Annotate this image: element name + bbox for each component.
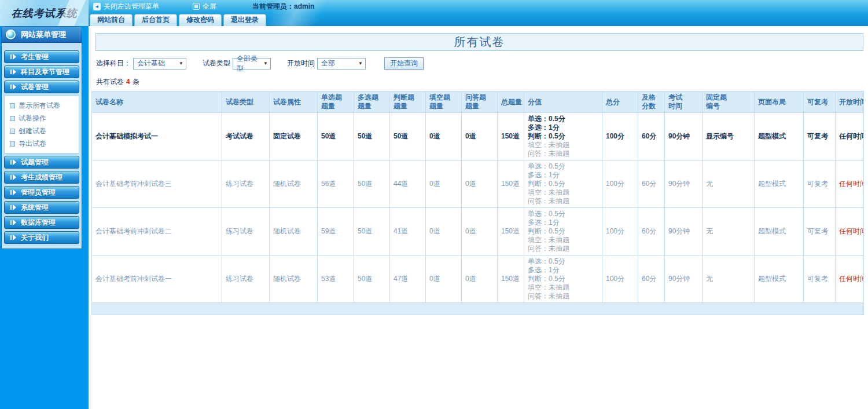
sidebar-button[interactable]: 关于我们	[4, 231, 79, 244]
cell-qa: 0道	[462, 113, 498, 160]
cell-single: 59道	[318, 208, 354, 255]
type-filter-label: 试卷类型	[203, 59, 230, 68]
time-select[interactable]: 全部 ▼	[317, 58, 366, 70]
sidebar-header: 网站菜单管理	[2, 27, 82, 43]
cell-multi: 50道	[354, 160, 390, 208]
sidebar-button-label: 管理员管理	[21, 188, 56, 198]
time-filter-label: 开放时间	[287, 59, 315, 68]
cell-score: 单选：0.5分多选：1分判断：0.5分填空：未抽题问答：未抽题	[524, 113, 602, 160]
cell-pass-score: 60分	[638, 160, 665, 208]
submenu-item-label: 导出试卷	[19, 139, 46, 149]
footer-row	[92, 303, 864, 315]
sidebar-button[interactable]: 试卷管理	[4, 81, 79, 93]
nav-tab[interactable]: 后台首页	[134, 14, 177, 26]
cell-total-score: 100分	[602, 208, 638, 255]
filter-bar: 选择科目： 会计基础 ▼ 试卷类型 全部类型 ▼ 开放时间 全部 ▼ 开始查询	[96, 57, 868, 70]
sidebar-button[interactable]: 试题管理	[4, 156, 79, 169]
sidebar-button[interactable]: 科目及章节管理	[4, 65, 79, 78]
subject-select[interactable]: 会计基础 ▼	[133, 58, 186, 70]
subject-filter-label: 选择科目：	[96, 59, 131, 68]
play-icon	[10, 54, 17, 60]
cell-layout: 题型模式	[755, 208, 804, 255]
cell-qa: 0道	[462, 208, 498, 255]
column-header: 总分	[602, 92, 638, 113]
fullscreen-button[interactable]: 全屏	[193, 2, 216, 12]
cell-layout: 题型模式	[755, 255, 804, 303]
cell-exam-time: 90分钟	[665, 208, 703, 255]
column-header: 试卷类型	[222, 92, 270, 113]
cell-total-score: 100分	[602, 113, 638, 160]
cell-open-time: 任何时间	[836, 255, 864, 303]
cell-fixed-no: 无	[703, 160, 755, 208]
column-header: 试卷属性	[270, 92, 318, 113]
submenu-item-label: 创建试卷	[19, 126, 46, 136]
column-header: 固定题编号	[703, 92, 755, 113]
cell-fill: 0道	[426, 255, 462, 303]
top-strip: ◄ 关闭左边管理菜单 全屏 当前管理员：admin	[89, 0, 868, 13]
bullet-square-icon	[10, 129, 15, 134]
submenu-item[interactable]: 显示所有试卷	[10, 99, 79, 112]
footer-cell	[92, 303, 864, 315]
cell-multi: 50道	[354, 208, 390, 255]
cell-name: 会计基础模拟考试一	[92, 113, 222, 160]
sidebar-button-label: 关于我们	[21, 233, 49, 243]
cell-qa: 0道	[462, 255, 498, 303]
cell-exam-time: 90分钟	[665, 113, 703, 160]
sidebar-button[interactable]: 考生成绩管理	[4, 171, 79, 184]
cell-pass-score: 60分	[638, 113, 665, 160]
cell-pass-score: 60分	[638, 255, 665, 303]
cell-fill: 0道	[426, 160, 462, 208]
submenu-item[interactable]: 导出试卷	[10, 137, 79, 150]
sidebar-button[interactable]: 管理员管理	[4, 186, 79, 199]
column-header: 试卷名称	[92, 92, 222, 113]
current-admin-label: 当前管理员：admin	[252, 2, 314, 12]
cell-name: 会计基础考前冲刺试卷三	[92, 160, 222, 208]
cell-open-time: 任何时间	[836, 160, 864, 208]
cell-type: 考试试卷	[222, 113, 270, 160]
sidebar-button-label: 试卷管理	[21, 82, 49, 92]
cell-pass-score: 60分	[638, 208, 665, 255]
column-header: 填空题题量	[426, 92, 462, 113]
cell-total: 150道	[498, 255, 524, 303]
result-summary: 共有试卷4条	[96, 77, 868, 87]
cell-judge: 44道	[390, 160, 426, 208]
sidebar-button-label: 考生管理	[21, 52, 49, 62]
nav-tab[interactable]: 退出登录	[223, 14, 266, 26]
summary-prefix: 共有试卷	[96, 78, 124, 86]
query-button[interactable]: 开始查询	[384, 57, 424, 70]
table-row: 会计基础考前冲刺试卷二练习试卷随机试卷59道50道41道0道0道150道单选：0…	[92, 208, 864, 255]
cell-fill: 0道	[426, 113, 462, 160]
bullet-square-icon	[10, 103, 15, 108]
column-header: 开放时间	[836, 92, 864, 113]
submenu-item[interactable]: 创建试卷	[10, 125, 79, 137]
play-icon	[10, 159, 17, 165]
submenu-item-label: 试卷操作	[19, 114, 46, 123]
cell-layout: 题型模式	[755, 113, 804, 160]
table-foot	[92, 303, 864, 315]
cell-fixed-no: 无	[703, 255, 755, 303]
nav-tab[interactable]: 修改密码	[179, 14, 222, 26]
cell-single: 56道	[318, 160, 354, 208]
submenu-item[interactable]: 试卷操作	[10, 112, 79, 125]
cell-type: 练习试卷	[222, 255, 270, 303]
nav-tab[interactable]: 网站前台	[90, 14, 133, 26]
main-content: 所有试卷 选择科目： 会计基础 ▼ 试卷类型 全部类型 ▼ 开放时间 全部 ▼ …	[89, 26, 868, 409]
sidebar-button[interactable]: 考生管理	[4, 50, 79, 63]
result-count: 4	[124, 78, 133, 86]
table-row: 会计基础模拟考试一考试试卷固定试卷50道50道50道0道0道150道单选：0.5…	[92, 113, 864, 160]
header-row: 试卷名称试卷类型试卷属性单选题题量多选题题量判断题题量填空题题量问答题题量总题量…	[92, 92, 864, 113]
cell-judge: 41道	[390, 208, 426, 255]
type-select[interactable]: 全部类型 ▼	[233, 58, 271, 70]
play-icon	[10, 84, 17, 90]
column-header: 及格分数	[638, 92, 665, 113]
sidebar-button[interactable]: 系统管理	[4, 201, 79, 214]
cell-open-time: 任何时间	[836, 208, 864, 255]
collapse-sidebar-button[interactable]: ◄ 关闭左边管理菜单	[93, 2, 159, 12]
column-header: 分值	[524, 92, 602, 113]
time-select-value: 全部	[321, 59, 335, 68]
sidebar-submenu: 显示所有试卷试卷操作创建试卷导出试卷	[4, 96, 79, 154]
sidebar-button[interactable]: 数据库管理	[4, 216, 79, 229]
page-title-bar: 所有试卷	[95, 33, 863, 51]
column-header: 可复考	[804, 92, 836, 113]
chevron-down-icon: ▼	[179, 61, 183, 66]
